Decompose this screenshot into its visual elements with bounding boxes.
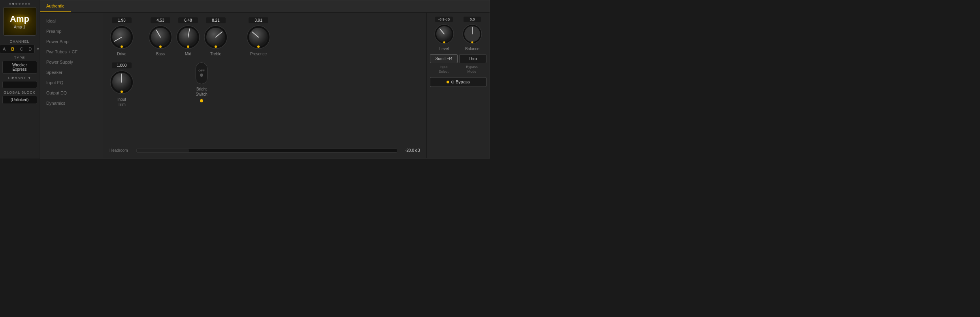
- bass-value: 4.53: [151, 17, 170, 23]
- balance-value: 0.0: [464, 17, 481, 22]
- nav-item-speaker[interactable]: Speaker: [40, 67, 103, 77]
- presence-group: 3.91 Presence: [246, 17, 271, 56]
- nav-item-output-eq[interactable]: Output EQ: [40, 88, 103, 98]
- channel-d[interactable]: D: [26, 45, 34, 53]
- mid-knob[interactable]: [176, 25, 200, 49]
- svg-point-19: [257, 45, 260, 48]
- level-value: -8.9 dB: [435, 17, 453, 22]
- input-trim-group: 1.000 InputTrim: [109, 62, 134, 107]
- amp-label: Amp: [10, 14, 29, 24]
- bright-switch-dot: [200, 99, 203, 102]
- bypass-button[interactable]: ⊙ Bypass: [430, 77, 486, 87]
- library-dropdown-icon[interactable]: ▼: [28, 76, 31, 80]
- mid-group: 6.48 Mid: [176, 17, 200, 56]
- balance-knob[interactable]: [462, 24, 482, 44]
- sum-lr-button[interactable]: Sum L+R: [430, 54, 458, 63]
- amp-sublabel: Amp 1: [14, 25, 25, 29]
- type-value[interactable]: Wrecker Express: [2, 61, 37, 74]
- balance-group: 0.0 Balance: [462, 17, 482, 51]
- global-block-value[interactable]: (Unlinked): [2, 96, 37, 104]
- mid-value: 6.48: [178, 17, 198, 23]
- type-label: TYPE: [14, 56, 25, 60]
- input-trim-knob[interactable]: [109, 70, 134, 94]
- level-knob[interactable]: [434, 24, 454, 44]
- bypass-label: ⊙ Bypass: [451, 79, 470, 85]
- channel-selector-row: A B C D ▼: [0, 45, 40, 53]
- library-row: LIBRARY ▼: [8, 76, 31, 80]
- nav-bar: Authentic: [40, 0, 490, 13]
- right-panel: -8.9 dB Level 0.0: [426, 13, 490, 158]
- channel-label: CHANNEL: [9, 40, 29, 43]
- nav-item-preamp[interactable]: Preamp: [40, 26, 103, 36]
- mid-label: Mid: [185, 52, 191, 56]
- input-select-item: InputSelect: [439, 65, 449, 74]
- library-label: LIBRARY: [8, 76, 26, 80]
- dot-6: [25, 3, 27, 5]
- treble-group: 8.21 Treble: [204, 17, 228, 56]
- input-trim-knob-wrapper: [109, 70, 134, 94]
- nav-item-power-supply[interactable]: Power Supply: [40, 57, 103, 67]
- drive-label: Drive: [117, 52, 126, 56]
- dot-2: [12, 3, 14, 5]
- svg-point-11: [187, 45, 189, 48]
- channel-b[interactable]: B: [8, 45, 17, 53]
- svg-point-7: [159, 45, 162, 48]
- nav-item-ideal[interactable]: Ideal: [40, 16, 103, 26]
- level-group: -8.9 dB Level: [434, 17, 454, 51]
- drive-group: 1.98: [109, 17, 134, 56]
- library-input[interactable]: [2, 81, 37, 88]
- treble-knob[interactable]: [204, 25, 228, 49]
- amp-box[interactable]: Amp Amp 1: [3, 7, 36, 36]
- drive-value: 1.98: [112, 17, 132, 23]
- bypass-mode-label: BypassMode: [466, 65, 478, 74]
- knobs-area: 1.98: [103, 13, 426, 158]
- headroom-row: Headroom -20.0 dB: [109, 148, 420, 153]
- svg-point-3: [121, 45, 123, 48]
- bright-switch-toggle[interactable]: OFF: [196, 62, 207, 84]
- channel-c[interactable]: C: [17, 45, 26, 53]
- drive-knob[interactable]: [109, 25, 134, 49]
- right-knob-row: -8.9 dB Level 0.0: [430, 17, 486, 51]
- headroom-bar-fill: [137, 149, 189, 152]
- presence-knob[interactable]: [246, 25, 271, 49]
- toggle-indicator: [200, 74, 203, 77]
- toggle-off-label: OFF: [198, 69, 205, 72]
- level-label: Level: [439, 47, 449, 51]
- sidebar: Amp Amp 1 CHANNEL A B C D ▼ TYPE Wrecker…: [0, 0, 40, 158]
- bass-knob[interactable]: [148, 25, 173, 49]
- channel-a[interactable]: A: [0, 45, 8, 53]
- input-trim-value: 1.000: [112, 62, 132, 68]
- presence-label: Presence: [250, 52, 267, 56]
- input-select-label: InputSelect: [439, 65, 449, 74]
- svg-point-23: [121, 91, 123, 93]
- dot-5: [22, 3, 24, 5]
- right-select-row: InputSelect BypassMode: [430, 65, 486, 74]
- presence-value: 3.91: [249, 17, 268, 23]
- headroom-value: -20.0 dB: [400, 148, 420, 153]
- dot-7: [28, 3, 30, 5]
- channel-dropdown-icon[interactable]: ▼: [36, 47, 40, 51]
- dots-row: [8, 2, 32, 6]
- right-buttons-row: Sum L+R Thru: [430, 54, 486, 63]
- bypass-mode-item: BypassMode: [466, 65, 478, 74]
- input-trim-label: InputTrim: [117, 97, 126, 107]
- treble-label: Treble: [210, 52, 221, 56]
- nav-authentic[interactable]: Authentic: [40, 0, 71, 12]
- main-content: Authentic Ideal Preamp Power Amp Pwr Tub…: [40, 0, 490, 158]
- dot-1: [9, 3, 11, 5]
- channel-selector[interactable]: A B C D: [0, 45, 35, 53]
- global-block-label: GLOBAL BLOCK: [4, 91, 36, 94]
- content-area: Ideal Preamp Power Amp Pwr Tubes + CF Po…: [40, 13, 490, 158]
- knob-row-2: 1.000 InputTrim: [109, 62, 420, 107]
- nav-item-dynamics[interactable]: Dynamics: [40, 98, 103, 108]
- dot-4: [19, 3, 21, 5]
- thru-button[interactable]: Thru: [459, 54, 487, 63]
- bass-group: 4.53 Bass: [148, 17, 173, 56]
- headroom-bar-bg[interactable]: [136, 149, 397, 153]
- nav-item-pwr-tubes[interactable]: Pwr Tubes + CF: [40, 47, 103, 57]
- nav-item-power-amp[interactable]: Power Amp: [40, 36, 103, 47]
- drive-knob-wrapper: [109, 25, 134, 49]
- bright-switch-group: OFF BrightSwitch: [196, 62, 207, 102]
- balance-label: Balance: [465, 47, 479, 51]
- nav-item-input-eq[interactable]: Input EQ: [40, 77, 103, 88]
